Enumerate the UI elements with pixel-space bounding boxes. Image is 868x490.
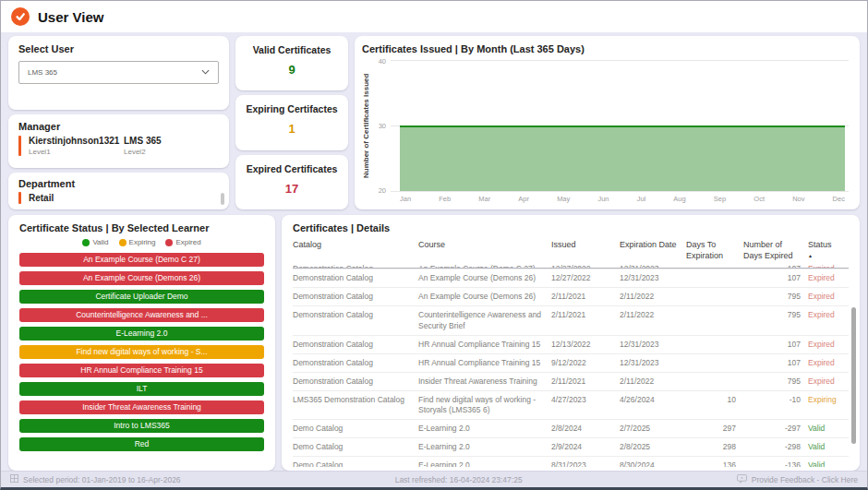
cell-days-expired: 795 [743, 310, 801, 320]
manager-name: Kierstinjohnson1321 [29, 136, 124, 146]
feedback-link[interactable]: Provide Feedback - Click Here [737, 474, 858, 485]
cell-status: Expired [808, 292, 849, 302]
top-row: Select User LMS 365 Manager Kierstinjohn… [8, 36, 860, 209]
kpi-value: 1 [288, 122, 295, 136]
cell-days-expired: 795 [743, 376, 801, 387]
table-body: Demonstration Catalog An Example Course … [293, 264, 849, 467]
chart-title: Certificates Issued | By Month (Last 365… [362, 43, 849, 54]
cell-issued: 2/9/2024 [551, 442, 612, 452]
department-scrollbar[interactable] [221, 193, 224, 205]
y-tick-label: 40 [379, 57, 386, 66]
area-chart: Number of Certificates Issued 403020 Jan… [362, 60, 849, 206]
cell-days-expired: -297 [743, 424, 801, 434]
table-row[interactable]: Demo Catalog E-Learning 2.0 2/9/2024 2/8… [293, 437, 849, 456]
cell-issued: 8/31/2023 [551, 460, 612, 467]
x-tick-label: Jan [400, 195, 411, 203]
cell-expiration-date: 2/8/2025 [620, 442, 679, 452]
status-bar[interactable]: Find new digital ways of working - S... [19, 345, 264, 359]
table-row[interactable]: Demonstration Catalog HR Annual Complian… [293, 335, 849, 353]
table-scrollbar[interactable] [851, 307, 856, 444]
status-bar[interactable]: ILT [19, 382, 264, 396]
y-axis-label: Number of Certificates Issued [362, 60, 374, 191]
x-tick-label: Sep [714, 195, 726, 203]
certificates-details-card: Certificates | Details CatalogCourseIssu… [282, 215, 860, 471]
legend-item: Expired [165, 238, 200, 246]
cell-status: Expired [808, 273, 849, 283]
table-row[interactable]: Demonstration Catalog An Example Course … [293, 269, 849, 287]
kpi-card-expiring: Expiring Certifactes 1 [235, 95, 348, 149]
status-bar[interactable]: Insider Threat Awareness Training [19, 400, 264, 414]
x-tick-label: Dec [833, 195, 845, 203]
kpi-label: Valid Certificates [253, 44, 332, 55]
status-legend: Valid Expiring Expired [19, 238, 264, 246]
column-header-days_expired[interactable]: Number of Days Expired [743, 240, 801, 261]
status-bar[interactable]: Counterintelligence Awareness and ... [19, 308, 264, 322]
table-row[interactable]: Demonstration Catalog An Example Course … [293, 287, 849, 305]
status-bar[interactable]: An Example Course (Demo C 27) [19, 253, 264, 267]
cell-days-expired: 107 [743, 273, 801, 283]
table-row[interactable]: Demo Catalog E-Learning 2.0 8/31/2023 8/… [293, 456, 849, 467]
cell-catalog: Demo Catalog [293, 424, 411, 434]
cell-course: HR Annual Compliance Training 15 [418, 358, 544, 368]
department-card: Department Retail [8, 173, 229, 209]
status-bar[interactable]: Red [19, 437, 264, 451]
kpi-label: Expired Certificates [247, 163, 338, 174]
cell-days-to-expiration: 136 [686, 460, 736, 467]
status-bar[interactable]: An Example Course (Demons 26) [19, 271, 264, 285]
cell-catalog: Demonstration Catalog [293, 310, 411, 320]
column-header-expiration_date[interactable]: Expiration Date [620, 240, 679, 261]
x-tick-label: Aug [673, 195, 685, 203]
manager-entry: LMS 365 Level2 [124, 136, 219, 156]
chart-plot-area[interactable]: JanFebMarAprMayJunJulAugSepOctNovDec [391, 60, 849, 191]
y-tick-label: 20 [379, 186, 386, 195]
area-series [400, 125, 845, 191]
status-bar[interactable]: E-Learning 2.0 [19, 327, 264, 341]
certificates-issued-chart-card: Certificates Issued | By Month (Last 365… [355, 36, 860, 209]
column-header-days_to_expiration[interactable]: Days To Expiration [686, 240, 736, 261]
cell-expiration-date: 2/11/2022 [620, 310, 679, 320]
table-row[interactable]: Demonstration Catalog Counterintelligenc… [293, 305, 849, 334]
table-row[interactable]: Demonstration Catalog HR Annual Complian… [293, 353, 849, 372]
cell-expiration-date: 4/26/2024 [620, 395, 679, 405]
table-row[interactable]: Demo Catalog E-Learning 2.0 2/8/2024 2/7… [293, 419, 849, 437]
filters-column: Select User LMS 365 Manager Kierstinjohn… [8, 36, 229, 209]
department-value: Retail [29, 193, 54, 203]
status-bar[interactable]: Certificate Uploader Demo [19, 290, 264, 304]
user-dropdown[interactable]: LMS 365 [18, 61, 219, 84]
column-header-catalog[interactable]: Catalog [293, 240, 411, 261]
gridline [391, 60, 849, 61]
column-header-issued[interactable]: Issued [551, 240, 612, 261]
cell-issued: 2/8/2024 [551, 424, 612, 434]
dashboard-page: User View Select User LMS 365 Manager [0, 0, 868, 490]
cell-expiration-date: 12/31/2023 [620, 340, 679, 350]
column-header-status[interactable]: Status▲ [808, 240, 849, 261]
column-header-course[interactable]: Course [418, 240, 544, 261]
cell-expiration-date: 2/11/2022 [620, 292, 679, 302]
cell-course: An Example Course (Demons 26) [418, 292, 544, 302]
cell-status: Expired [808, 340, 849, 350]
status-bar[interactable]: Intro to LMS365 [19, 419, 264, 433]
status-bar[interactable]: HR Annual Compliance Training 15 [19, 364, 264, 377]
cell-issued: 9/12/2022 [551, 358, 612, 368]
kpi-card-valid: Valid Certificates 9 [235, 36, 348, 90]
cell-course: E-Learning 2.0 [418, 424, 544, 434]
table-row[interactable]: Demonstration Catalog Insider Threat Awa… [293, 372, 849, 390]
cell-catalog: Demonstration Catalog [293, 358, 411, 368]
table-row[interactable]: LMS365 Demonstration Catalog Find new di… [293, 390, 849, 419]
cell-course: Counterintelligence Awareness and Securi… [418, 310, 544, 330]
cell-days-expired: -10 [743, 395, 801, 405]
y-tick-label: 30 [379, 122, 386, 130]
user-dropdown-value: LMS 365 [28, 68, 57, 77]
select-user-card: Select User LMS 365 [8, 36, 229, 110]
cell-catalog: Demonstration Catalog [293, 273, 411, 283]
chevron-down-icon [201, 68, 210, 77]
cell-expiration-date: 2/11/2022 [620, 376, 679, 387]
select-user-label: Select User [18, 43, 219, 54]
cell-expiration-date: 12/31/2023 [620, 273, 679, 283]
cell-status: Expired [808, 310, 849, 320]
cell-status: Expiring [808, 395, 849, 405]
x-axis-ticks: JanFebMarAprMayJunJulAugSepOctNovDec [400, 195, 845, 203]
kpi-value: 9 [288, 63, 295, 77]
cell-days-to-expiration: 297 [686, 424, 736, 434]
kpi-column: Valid Certificates 9 Expiring Certifacte… [235, 36, 348, 209]
